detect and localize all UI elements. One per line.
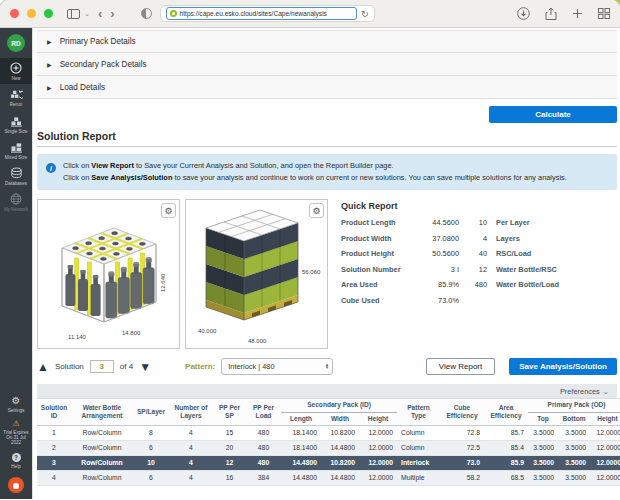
quick-report-row: Area Used85.9%480Water Bottle/Load	[341, 280, 617, 296]
address-bar[interactable]: https://cape.eu.esko.cloud/sites/Cape/ne…	[160, 5, 375, 22]
url-field[interactable]: https://cape.eu.esko.cloud/sites/Cape/ne…	[166, 7, 357, 20]
table-cell: 3.5000	[558, 440, 590, 455]
table-row[interactable]: 4Row/Column641638414.480014.480012.0000M…	[37, 470, 620, 485]
col-header[interactable]: Cube Efficiency	[440, 399, 484, 425]
qr-value: 44.5600	[415, 218, 459, 227]
accordion-secondary-pack-details[interactable]: ▶ Secondary Pack Details	[37, 53, 617, 76]
calculate-button[interactable]: Calculate	[489, 106, 617, 123]
warning-icon: ⚠	[12, 420, 19, 428]
view-report-button[interactable]: View Report	[426, 358, 495, 375]
qr-count: 4	[459, 234, 487, 243]
col-header[interactable]: SP/Layer	[133, 399, 169, 425]
col-header[interactable]: Length	[281, 412, 321, 425]
sidebar-item-new[interactable]: New	[0, 58, 32, 84]
table-cell: 3.5000	[528, 455, 558, 470]
table-cell: Row/Column	[71, 470, 133, 485]
pattern-select[interactable]: Interlock | 480 ▲▼	[221, 358, 333, 375]
share-icon[interactable]	[545, 7, 557, 20]
table-cell: 68.5	[484, 470, 528, 485]
accordion-primary-pack-details[interactable]: ▶ Primary Pack Details	[37, 30, 617, 53]
solutions-table: Solution ID Water Bottle Arrangement SP/…	[37, 398, 620, 485]
qr-value: 73.0%	[415, 296, 459, 305]
info-text: Click on View Report to Save your Curren…	[63, 160, 567, 184]
pattern-label: Pattern:	[185, 362, 215, 371]
sidebar-toggle-icon[interactable]	[67, 9, 80, 19]
support-chat-button[interactable]	[8, 477, 24, 493]
privacy-shield-icon[interactable]	[141, 8, 152, 19]
back-button[interactable]: ‹	[98, 6, 102, 21]
qr-metric: Water Bottle/Load	[496, 280, 559, 289]
downloads-icon[interactable]	[517, 7, 530, 20]
quick-report-row: Product Width37.08004Layers	[341, 234, 617, 250]
table-cell: 4	[169, 455, 213, 470]
table-cell: 85.9	[484, 455, 528, 470]
accordion-load-details[interactable]: ▶ Load Details	[37, 76, 617, 99]
qr-label: Product Height	[341, 249, 415, 258]
col-header[interactable]: Area Efficiency	[484, 399, 528, 425]
qr-metric: Water Bottle/RSC	[496, 265, 557, 274]
col-header[interactable]: Pattern Type	[397, 399, 440, 425]
info-line1-bold: View Report	[91, 161, 134, 170]
table-cell: 12.0000	[590, 455, 620, 470]
save-analysis-solution-button[interactable]: Save Analysis/Solution	[509, 358, 617, 375]
url-text[interactable]: https://cape.eu.esko.cloud/sites/Cape/ne…	[180, 10, 327, 17]
table-row[interactable]: 3Row/Column1041248014.480010.820012.0000…	[37, 455, 620, 470]
viz-settings-button[interactable]: ⚙	[309, 203, 324, 218]
sidebar-item-label: Settings	[8, 408, 25, 413]
qr-value: 85.9%	[415, 280, 459, 289]
close-window-button[interactable]	[10, 9, 19, 18]
table-cell: 10	[133, 455, 169, 470]
table-cell: 8	[133, 425, 169, 440]
new-tab-icon[interactable]	[572, 8, 583, 19]
col-header[interactable]: PP Per SP	[213, 399, 246, 425]
solution-table-body: 1Row/Column841548018.140010.820012.0000C…	[37, 425, 620, 485]
solution-number-input[interactable]: 3	[90, 360, 114, 373]
forward-button[interactable]: ›	[110, 6, 114, 21]
table-cell: Interlock	[397, 455, 440, 470]
col-header[interactable]: Height	[590, 412, 620, 425]
col-header[interactable]: Width	[321, 412, 359, 425]
tab-overview-icon[interactable]	[598, 8, 610, 19]
sidebar-item-my-network[interactable]: My Network	[0, 189, 32, 215]
minimize-window-button[interactable]	[27, 9, 36, 18]
col-header[interactable]: Water Bottle Arrangement	[71, 399, 133, 425]
pallet-dim-left: 40.000	[198, 328, 217, 334]
gear-icon: ⚙	[12, 396, 21, 406]
sidebar-chevron-icon[interactable]: ⌄	[84, 10, 90, 18]
sidebar-item-settings[interactable]: ⚙ Settings	[0, 392, 32, 416]
support-chat-icon	[13, 483, 19, 489]
table-row[interactable]: 1Row/Column841548018.140010.820012.0000C…	[37, 425, 620, 440]
table-cell: 72.5	[440, 440, 484, 455]
solution-down-button[interactable]: ▼	[139, 361, 151, 373]
col-header[interactable]: Height	[359, 412, 397, 425]
table-row[interactable]: 2Row/Column642048018.140014.480012.0000C…	[37, 440, 620, 455]
table-cell: 18.1400	[281, 425, 321, 440]
zoom-window-button[interactable]	[44, 9, 53, 18]
table-cell: 3.5000	[558, 470, 590, 485]
solution-label: Solution	[55, 362, 84, 371]
bottle-dim-right: 14.800	[122, 330, 141, 336]
quick-report-row: Product Length44.560010Per Layer	[341, 218, 617, 234]
sidebar-item-databases[interactable]: Databases	[0, 163, 32, 189]
reload-icon[interactable]: ↻	[361, 9, 369, 19]
qr-count: 480	[459, 280, 487, 289]
sidebar-item-help[interactable]: ? Help	[0, 449, 32, 472]
col-header[interactable]: Solution ID	[37, 399, 71, 425]
stepper-icon: ▲▼	[325, 364, 329, 369]
preferences-button[interactable]: Preferences ⌄	[37, 384, 617, 398]
sidebar-item-rerun[interactable]: Rerun	[0, 84, 32, 110]
solution-up-button[interactable]: ▲	[37, 361, 49, 373]
sidebar-item-mixed-size[interactable]: Mixed Size	[0, 137, 32, 163]
col-header[interactable]: Top	[528, 412, 558, 425]
col-header[interactable]: PP Per Load	[246, 399, 281, 425]
qr-label: Product Width	[341, 234, 415, 243]
databases-icon	[10, 167, 23, 179]
pallet-load-3d-drawing: 40.000 48.000 56.060	[186, 200, 327, 348]
table-cell: Multiple	[397, 470, 440, 485]
table-cell: 85.7	[484, 425, 528, 440]
avatar[interactable]: RD	[7, 34, 25, 52]
viz-settings-button[interactable]: ⚙	[161, 203, 176, 218]
col-header[interactable]: Number of Layers	[169, 399, 213, 425]
sidebar-item-single-size[interactable]: Single Size	[0, 111, 32, 137]
col-header[interactable]: Bottom	[558, 412, 590, 425]
